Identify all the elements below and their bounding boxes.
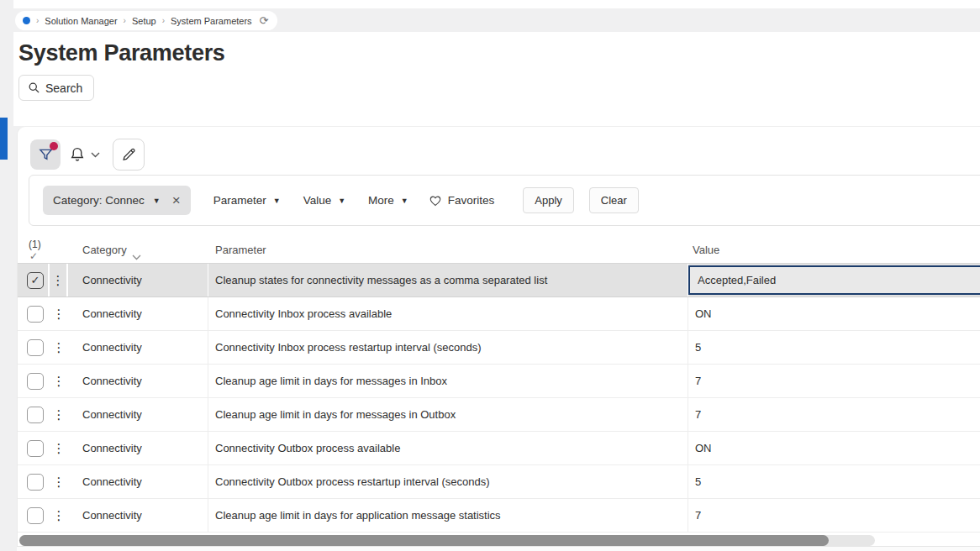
caret-down-icon: ▼ [273,197,281,205]
cell-parameter: Cleanup age limit in days for messages i… [208,365,688,397]
top-strip [13,0,980,8]
active-section-accent-bar [0,118,8,160]
horizontal-scrollbar-thumb[interactable] [19,535,829,546]
kebab-menu-icon[interactable]: ⋮ [53,407,66,422]
cell-parameter: Connectivity Outbox process available [208,432,688,464]
column-header-category[interactable]: Category [82,244,127,256]
caret-down-icon: ▼ [401,197,408,205]
table-row[interactable]: ⋮ Connectivity Connectivity Outbox proce… [18,432,980,465]
table-row[interactable]: ⋮ Connectivity Cleanup age limit in days… [18,499,980,533]
favorites-toggle[interactable]: Favorites [429,194,495,207]
table-row[interactable]: ⋮ Connectivity Connectivity Inbox proces… [18,331,980,365]
filter-bar: Category: Connec ▼ × Parameter ▼ Value ▼… [29,175,980,226]
select-all-check-icon[interactable]: ✓ [29,250,38,262]
breadcrumb-item-solution-manager[interactable]: Solution Manager [45,16,117,26]
breadcrumb-separator-icon: › [36,16,39,25]
value-edit-input[interactable] [688,265,980,295]
filter-dropdown-more[interactable]: More ▼ [368,194,408,207]
cell-value: ON [688,432,980,464]
edit-button[interactable] [113,139,145,171]
kebab-menu-icon[interactable]: ⋮ [53,441,66,456]
selection-count: (1) [29,239,41,250]
filter-dropdown-value[interactable]: Value ▼ [303,194,345,207]
cell-parameter: Connectivity Inbox process restartup int… [208,331,688,364]
cell-value: 7 [688,499,980,532]
cell-value: 5 [688,331,980,364]
cell-category: Connectivity [68,398,208,431]
page-footer-strip [17,546,980,551]
system-parameters-panel: Category: Connec ▼ × Parameter ▼ Value ▼… [17,126,980,546]
row-checkbox[interactable] [27,373,44,390]
filter-button[interactable] [30,139,61,170]
filter-active-badge [50,142,58,150]
kebab-menu-icon[interactable]: ⋮ [53,307,66,322]
dropdown-label: Parameter [213,194,266,207]
table-row[interactable]: ✓ ⋮ Connectivity Cleanup states for conn… [18,264,980,297]
cell-category: Connectivity [68,365,208,397]
table-row[interactable]: ⋮ Connectivity Connectivity Outbox proce… [18,465,980,499]
clear-button[interactable]: Clear [589,187,639,213]
cell-parameter: Cleanup states for connectivity messages… [208,264,688,296]
apply-button[interactable]: Apply [523,187,574,213]
cell-parameter: Cleanup age limit in days for messages i… [208,398,688,431]
cell-category: Connectivity [68,331,208,364]
table-row[interactable]: ⋮ Connectivity Connectivity Inbox proces… [18,297,980,331]
cell-value: 7 [688,365,980,397]
breadcrumb-separator-icon: › [124,16,126,25]
breadcrumb-separator-icon: › [162,16,165,25]
caret-down-icon: ▼ [338,197,345,205]
cell-parameter: Connectivity Outbox process restartup in… [208,465,688,498]
row-checkbox[interactable] [27,407,44,423]
cell-category: Connectivity [68,297,208,330]
kebab-menu-icon[interactable]: ⋮ [53,508,66,523]
cell-category: Connectivity [68,264,208,296]
cell-value: ON [688,297,980,330]
filter-chip-label: Category: Connec [53,194,145,207]
row-checkbox[interactable] [27,474,44,491]
page-title: System Parameters [18,40,225,66]
favorites-label: Favorites [448,194,495,207]
breadcrumb-item-system-parameters[interactable]: System Parameters [171,16,252,26]
breadcrumb-item-setup[interactable]: Setup [132,16,156,26]
dropdown-label: More [368,194,394,207]
kebab-menu-icon[interactable]: ⋮ [53,374,66,389]
row-checkbox[interactable] [27,306,44,323]
notifications-bell-icon[interactable] [68,145,87,164]
column-header-value[interactable]: Value [693,244,719,256]
heart-icon [429,194,442,207]
kebab-menu-icon[interactable]: ⋮ [53,475,66,490]
cell-value: 5 [688,465,980,498]
refresh-icon[interactable]: ⟳ [260,15,269,26]
search-label: Search [45,81,82,95]
kebab-menu-icon[interactable]: ⋮ [53,340,66,355]
breadcrumb: › Solution Manager › Setup › System Para… [15,11,277,30]
cell-category: Connectivity [68,499,208,532]
remove-filter-icon[interactable]: × [172,193,181,207]
column-header-parameter[interactable]: Parameter [215,244,266,256]
caret-down-icon: ▼ [153,197,161,205]
table-row[interactable]: ⋮ Connectivity Cleanup age limit in days… [18,398,980,432]
cell-value: 7 [688,398,980,431]
cell-value [688,264,980,296]
search-button[interactable]: Search [18,75,94,101]
search-icon [28,81,40,94]
row-checkbox-checked[interactable]: ✓ [27,272,44,289]
cell-category: Connectivity [68,432,208,464]
dropdown-label: Value [303,194,332,207]
row-checkbox[interactable] [27,507,44,524]
row-checkbox[interactable] [27,440,44,457]
table-row[interactable]: ⋮ Connectivity Cleanup age limit in days… [18,365,980,398]
bell-chevron-down-icon[interactable] [91,152,100,158]
cell-parameter: Cleanup age limit in days for applicatio… [208,499,688,532]
row-checkbox[interactable] [27,339,44,356]
horizontal-scrollbar-track[interactable] [19,535,875,546]
pencil-icon [120,146,137,163]
filter-dropdown-parameter[interactable]: Parameter ▼ [213,194,281,207]
cell-category: Connectivity [68,465,208,498]
category-sort-chevron-icon[interactable] [132,255,141,260]
cell-parameter: Connectivity Inbox process available [208,297,688,330]
table-header: (1) ✓ Category Parameter Value [18,234,980,264]
home-dot-icon[interactable] [23,17,30,24]
filter-chip-category[interactable]: Category: Connec ▼ × [43,186,191,215]
kebab-menu-icon[interactable]: ⋮ [52,273,65,288]
